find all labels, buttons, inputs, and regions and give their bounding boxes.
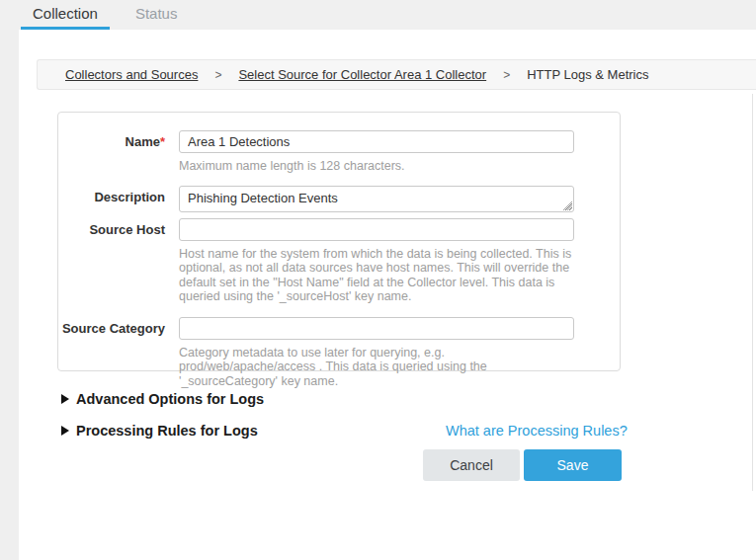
tab-status-label: Status [135,5,178,22]
what-are-processing-rules-link[interactable]: What are Processing Rules? [446,423,628,439]
tab-status[interactable]: Status [124,0,190,30]
source-category-helper-text: Category metadata to use later for query… [179,346,574,389]
breadcrumb-separator: > [214,68,221,82]
description-row: Description Phishing Detection Events [58,186,620,212]
description-textarea[interactable]: Phishing Detection Events [179,186,574,212]
source-host-helper-text: Host name for the system from which the … [179,247,574,304]
content-right-border [752,94,753,491]
source-config-panel: Name* Maximum name length is 128 charact… [57,112,621,371]
cancel-button[interactable]: Cancel [423,449,520,481]
source-host-row: Source Host Host name for the system fro… [58,218,620,304]
required-asterisk: * [160,134,165,149]
name-helper-text: Maximum name length is 128 characters. [179,159,574,174]
breadcrumb-collectors-and-sources[interactable]: Collectors and Sources [65,67,198,82]
source-host-input[interactable] [179,218,574,241]
processing-rules-label: Processing Rules for Logs [76,423,258,439]
description-label: Description [58,186,165,212]
left-gutter [0,30,19,560]
advanced-options-label: Advanced Options for Logs [76,391,264,407]
caret-right-icon [61,426,69,436]
source-category-input[interactable] [179,317,574,340]
breadcrumb: Collectors and Sources > Select Source f… [37,59,756,90]
caret-right-icon [61,394,69,404]
source-category-label: Source Category [58,317,165,389]
breadcrumb-current-page: HTTP Logs & Metrics [527,67,648,82]
source-host-label: Source Host [58,218,165,304]
advanced-options-section-toggle[interactable]: Advanced Options for Logs [61,391,264,407]
tab-collection[interactable]: Collection [21,0,110,30]
name-label: Name* [58,130,165,174]
processing-rules-section-toggle[interactable]: Processing Rules for Logs [61,423,258,439]
tab-bar: Collection Status [0,0,756,30]
name-row: Name* Maximum name length is 128 charact… [58,130,620,174]
breadcrumb-separator: > [503,68,510,82]
name-input[interactable] [179,130,574,153]
breadcrumb-select-source[interactable]: Select Source for Collector Area 1 Colle… [238,67,486,82]
source-category-row: Source Category Category metadata to use… [58,317,620,389]
save-button[interactable]: Save [524,449,622,481]
tab-collection-label: Collection [33,5,98,22]
